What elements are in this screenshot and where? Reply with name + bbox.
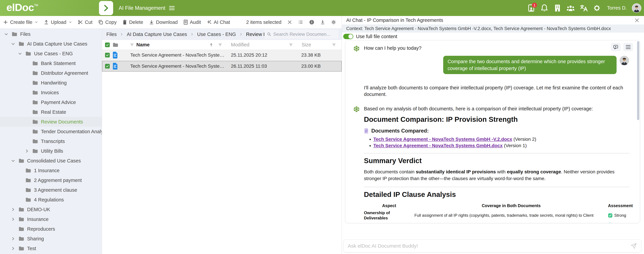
app-logo-tile[interactable] bbox=[99, 1, 113, 15]
row-checkbox[interactable] bbox=[105, 53, 110, 57]
sidebar-folder-item[interactable]: Utility Bills bbox=[0, 146, 102, 156]
sidebar-folder-item[interactable]: 2 Aggrement payment bbox=[0, 175, 102, 185]
info-icon[interactable] bbox=[309, 19, 314, 25]
folder-icon bbox=[32, 138, 39, 144]
copy-button[interactable]: Copy bbox=[98, 19, 117, 25]
sidebar-folder-item[interactable]: Review Documents bbox=[0, 117, 102, 127]
sidebar-folder-item[interactable]: Reproducers bbox=[0, 224, 102, 234]
ip-coverage: Irrevocable assignment "without further … bbox=[414, 222, 608, 223]
file-row[interactable]: Tech Service Agreement - NovaTech System… bbox=[102, 61, 342, 72]
chevron-icon[interactable] bbox=[10, 216, 16, 222]
full-content-toggle-row: Use full file content bbox=[342, 33, 644, 40]
chat-input[interactable] bbox=[348, 243, 627, 249]
gear-icon[interactable] bbox=[593, 4, 601, 12]
ip-table-body: Ownership of Deliverables Full assignmen… bbox=[364, 210, 630, 223]
sidebar-folder-item[interactable]: Tender Documentation Analysis bbox=[0, 127, 102, 136]
select-all-checkbox[interactable] bbox=[105, 42, 110, 47]
chevron-icon[interactable] bbox=[10, 41, 16, 47]
sidebar-folder-item[interactable]: AI Data Capture Use Cases bbox=[0, 39, 102, 49]
use-full-content-toggle[interactable] bbox=[343, 34, 353, 39]
search-input[interactable] bbox=[273, 32, 336, 37]
sidebar-folder-item[interactable]: Files bbox=[0, 29, 102, 39]
chevron-icon[interactable] bbox=[10, 158, 16, 164]
user-avatar[interactable] bbox=[632, 3, 641, 13]
chat-input-bar[interactable] bbox=[344, 240, 641, 252]
document-link[interactable]: Tech Service Agreement - NovaTech System… bbox=[373, 143, 502, 148]
filter-icon[interactable] bbox=[218, 43, 222, 47]
document-icon bbox=[112, 63, 122, 70]
file-toolbar: Create file Upload Cut Copy Delete Downl… bbox=[0, 16, 342, 28]
upload-button[interactable]: Upload bbox=[44, 19, 72, 25]
list-view-icon[interactable] bbox=[298, 20, 303, 25]
row-checkbox[interactable] bbox=[105, 64, 110, 69]
name-column-header[interactable]: Name bbox=[122, 42, 228, 48]
breadcrumb-item[interactable]: AI Data Capture Use Cases bbox=[127, 32, 187, 37]
cut-button[interactable]: Cut bbox=[78, 19, 92, 25]
filter-icon[interactable] bbox=[130, 43, 134, 47]
sort-ascending-icon[interactable] bbox=[209, 43, 214, 47]
summary-text: Both documents contain bbox=[364, 169, 416, 174]
eldoc-logo[interactable]: elDocTM bbox=[6, 1, 38, 13]
clear-selection-icon[interactable] bbox=[287, 20, 292, 25]
sidebar-folder-item[interactable]: Consolidated Use Cases bbox=[0, 156, 102, 166]
download-button[interactable]: Download bbox=[149, 19, 178, 25]
folder-icon bbox=[18, 246, 25, 251]
sidebar-folder-item[interactable]: Distributor Agreement bbox=[0, 68, 102, 78]
translate-icon[interactable] bbox=[580, 4, 588, 12]
sidebar-folder-item[interactable]: Payment Advice bbox=[0, 98, 102, 107]
delete-button[interactable]: Delete bbox=[122, 19, 143, 25]
building-icon[interactable] bbox=[554, 4, 562, 12]
ip-assessment: Strong bbox=[608, 213, 630, 218]
sidebar-folder-item[interactable]: Transcripts bbox=[0, 136, 102, 146]
sidebar-folder-item[interactable]: DEMO-UK bbox=[0, 205, 102, 214]
send-icon[interactable] bbox=[630, 243, 637, 249]
sidebar-folder-item[interactable]: 1 Insurance bbox=[0, 166, 102, 175]
toggle-label: Use full file content bbox=[356, 34, 397, 39]
sidebar-folder-item[interactable]: 4 Regulations bbox=[0, 195, 102, 205]
chevron-icon[interactable] bbox=[10, 206, 16, 213]
user-name[interactable]: Torres D. bbox=[607, 5, 627, 11]
ai-chat-button[interactable]: AI Chat bbox=[207, 19, 230, 25]
users-icon[interactable] bbox=[566, 4, 575, 12]
filter-icon[interactable] bbox=[332, 43, 336, 47]
sidebar-folder-item[interactable]: 3 Agreement clause bbox=[0, 185, 102, 195]
document-link[interactable]: Tech Service Agreement - NovaTech System… bbox=[373, 136, 512, 142]
sidebar-folder-item[interactable]: Insurance bbox=[0, 214, 102, 224]
breadcrumb-item[interactable]: Review Documents bbox=[246, 32, 264, 37]
folder-icon bbox=[32, 80, 39, 86]
menu-icon[interactable] bbox=[169, 6, 175, 10]
bell-icon[interactable] bbox=[540, 4, 548, 12]
sidebar-folder-item[interactable]: Test bbox=[0, 244, 102, 253]
download-selected-icon[interactable] bbox=[320, 20, 325, 25]
breadcrumb-item[interactable]: Files bbox=[106, 32, 117, 37]
size-column-header[interactable]: Size bbox=[298, 42, 342, 48]
sidebar-folder-item[interactable]: Real Estate bbox=[0, 107, 102, 117]
settings-gear-icon[interactable] bbox=[331, 19, 336, 25]
document-version-suffix: (Version 2) bbox=[512, 136, 536, 142]
breadcrumb-separator-icon bbox=[239, 32, 243, 36]
audit-button[interactable]: Audit bbox=[184, 19, 201, 25]
sidebar-folder-item[interactable]: Use Cases - ENG bbox=[0, 49, 102, 58]
file-name[interactable]: Tech Service Agreement - NovaTech System… bbox=[122, 63, 228, 69]
sidebar-folder-item[interactable]: Invoices bbox=[0, 88, 102, 98]
chevron-icon[interactable] bbox=[17, 50, 23, 57]
file-name[interactable]: Tech Service Agreement - NovaTech System… bbox=[122, 52, 228, 58]
chat-scrollbar[interactable] bbox=[637, 41, 639, 120]
chevron-icon[interactable] bbox=[3, 31, 10, 37]
close-icon[interactable] bbox=[634, 18, 640, 23]
filter-icon[interactable] bbox=[289, 43, 293, 47]
sidebar-folder-item[interactable]: Handwriting bbox=[0, 78, 102, 88]
folder-icon bbox=[12, 31, 18, 37]
modified-column-header[interactable]: Modified bbox=[228, 42, 298, 48]
file-row[interactable]: Tech Service Agreement - NovaTech System… bbox=[102, 50, 342, 60]
folder-label: Consolidated Use Cases bbox=[27, 158, 81, 164]
sidebar-folder-item[interactable]: Sharing bbox=[0, 234, 102, 244]
chevron-icon[interactable] bbox=[10, 236, 16, 242]
id-card-icon[interactable]: 1 bbox=[527, 4, 535, 12]
sidebar-folder-item[interactable]: Bank Statement bbox=[0, 58, 102, 68]
create-file-button[interactable]: Create file bbox=[3, 19, 38, 25]
breadcrumb-item[interactable]: Use Cases - ENG bbox=[197, 32, 236, 37]
chevron-icon[interactable] bbox=[24, 148, 30, 154]
chevron-icon[interactable] bbox=[10, 245, 16, 252]
search-box[interactable] bbox=[264, 30, 338, 39]
